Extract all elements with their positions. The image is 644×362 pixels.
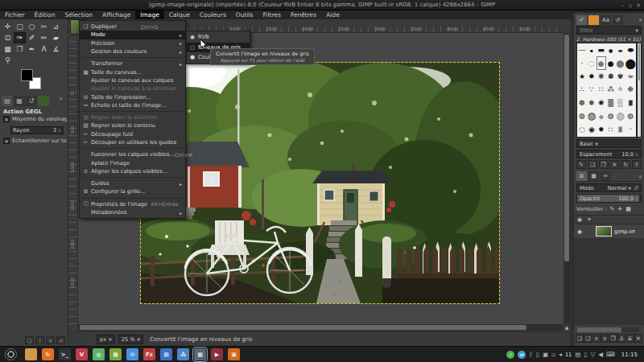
dock-tab[interactable]: ▤ — [2, 96, 13, 106]
taskbar-app-icon[interactable]: ✉ — [126, 348, 138, 360]
layer-mode-select[interactable]: Mode Normal ▼ ↺ — [576, 183, 642, 192]
menu-item[interactable]: Gestion des couleurs ▸ — [80, 47, 185, 56]
layer-row[interactable]: ◉ gimp-image-originale — [574, 224, 644, 238]
brush-cell[interactable]: ● — [597, 56, 606, 69]
layers-scrollbar[interactable] — [577, 327, 639, 332]
eye-icon[interactable]: ◉ — [577, 228, 582, 235]
menubar-item[interactable]: Fichier — [0, 10, 30, 19]
restore-options-button[interactable]: ⇧ — [35, 336, 44, 344]
tool-button[interactable]: ❐ — [14, 43, 26, 55]
brush-cell[interactable]: ✽ — [606, 70, 616, 83]
menu-item[interactable]: ▦ Taille du canevas… — [80, 68, 185, 76]
menu-item[interactable]: Ajuster le canevas à la sélection — [80, 84, 185, 93]
brush-cell[interactable]: ◦ — [625, 122, 636, 135]
brush-cell[interactable]: ▒ — [606, 97, 616, 109]
tray-icon[interactable]: ▽ — [590, 351, 595, 358]
window-control-button[interactable]: – — [621, 2, 625, 9]
layer-action-button[interactable]: ❏ — [576, 334, 584, 343]
taskbar-app-icon[interactable]: ▤ — [160, 348, 172, 360]
dock-tab[interactable]: Aa — [601, 15, 611, 25]
tray-icon[interactable]: ✓ — [506, 351, 514, 359]
brush-cell[interactable]: ⬬ — [625, 43, 636, 56]
dock-tab[interactable]: ↺ — [26, 96, 37, 106]
lock-icon[interactable]: ✎ — [609, 206, 614, 212]
checkbox-neighborhood[interactable]: ✕ — [3, 116, 10, 122]
tray-icon[interactable]: ▯ — [584, 351, 587, 358]
tool-button[interactable]: ○ — [26, 21, 38, 32]
close-icon[interactable]: ✕ — [638, 17, 642, 23]
tray-icon[interactable]: ᛒ — [529, 351, 533, 358]
spinner-arrows-icon[interactable]: ↕ — [58, 128, 61, 133]
checkbox-sample-merged[interactable]: ✕ — [3, 138, 10, 144]
brush-cell[interactable]: ● — [606, 43, 616, 56]
foreground-color-swatch[interactable] — [21, 69, 33, 81]
close-icon[interactable]: ✕ — [638, 174, 642, 179]
lock-icon[interactable]: ✛ — [617, 206, 622, 212]
menubar-item[interactable]: Outils — [231, 10, 258, 19]
brush-cell[interactable]: ◌ — [577, 122, 587, 135]
brush-action-button[interactable]: ❐ — [599, 160, 609, 169]
close-icon[interactable]: ✕ — [59, 96, 67, 106]
menubar-item[interactable]: Image — [135, 10, 164, 19]
scrollbar-thumb[interactable] — [638, 44, 640, 80]
brush-cell[interactable]: ∵ — [587, 83, 597, 96]
brush-cell[interactable]: ✹ — [597, 122, 606, 135]
link-icon[interactable]: ⚭ — [587, 216, 592, 223]
brush-cell[interactable]: ✺ — [597, 97, 606, 109]
tool-button[interactable]: A — [38, 43, 50, 55]
dock-tab[interactable]: ↺ — [613, 15, 623, 25]
brush-cell[interactable]: ▬ — [616, 43, 625, 56]
tag-select[interactable]: Basic▼ — [576, 139, 642, 148]
brush-action-button[interactable]: ↻ — [621, 160, 630, 169]
scrollbar-thumb[interactable] — [564, 35, 569, 261]
tray-icon[interactable]: ⌨ — [606, 351, 615, 358]
eye-icon[interactable]: ◉ — [577, 216, 582, 223]
dock-tab[interactable] — [588, 15, 599, 25]
brush-cell[interactable]: ▒ — [616, 122, 625, 135]
start-menu-button[interactable] — [5, 348, 17, 360]
taskbar-app-icon[interactable]: Fz — [143, 348, 155, 360]
brush-cell[interactable]: ● — [606, 56, 616, 69]
horizontal-scrollbar[interactable]: ▲ — [78, 324, 564, 331]
layer-action-button[interactable]: ❑ — [584, 334, 592, 343]
brush-cell[interactable]: ❅ — [587, 97, 597, 109]
brush-cell[interactable]: ★ — [577, 70, 587, 83]
menubar-item[interactable]: Édition — [30, 10, 60, 19]
brush-cell[interactable]: ◍ — [616, 109, 625, 122]
menubar-item[interactable]: Couleurs — [195, 10, 231, 19]
menu-item[interactable]: ⊟ Taille de l'impression… — [80, 93, 185, 101]
brush-cell[interactable]: ◍ — [606, 109, 616, 122]
tool-button[interactable]: ⚲ — [2, 55, 14, 66]
brush-cell[interactable]: ▬ — [597, 43, 606, 56]
tray-icon[interactable]: ▫ — [551, 351, 555, 358]
spinner-arrows-icon[interactable]: ↕ — [635, 196, 638, 201]
layer-action-button[interactable]: ❐ — [609, 334, 617, 343]
menu-item[interactable]: ≡ Aligner les calques visibles… — [80, 167, 185, 175]
brush-filter-input[interactable]: Filtre ▼ — [576, 26, 642, 35]
taskbar-app-icon[interactable]: ▦ — [109, 348, 122, 360]
brush-cell[interactable]: ∴ — [577, 83, 587, 96]
window-control-button[interactable]: ▫ — [628, 2, 632, 9]
taskbar-app-icon[interactable]: >_ — [59, 348, 71, 360]
brush-action-button[interactable]: ✎ — [576, 160, 586, 169]
lock-icon[interactable]: ▦ — [625, 206, 631, 212]
brush-cell[interactable]: ▪ — [587, 43, 597, 56]
dock-tab[interactable]: ✐ — [576, 15, 587, 25]
menu-item[interactable]: Précision ▸ — [80, 39, 185, 47]
menu-item[interactable]: Mode ▸ — [80, 31, 185, 39]
spacing-slider[interactable]: Espacement 10,0 ↕ — [576, 150, 642, 158]
taskbar-app-icon[interactable]: V — [76, 348, 88, 360]
scrollbar-thumb[interactable] — [577, 327, 621, 332]
brush-cell[interactable]: ◍ — [625, 109, 636, 122]
menubar-item[interactable]: Calque — [164, 10, 195, 19]
tool-button[interactable]: ✏ — [38, 32, 50, 43]
brush-cell[interactable]: ⁂ — [606, 83, 616, 96]
layer-action-button[interactable]: ∧ — [592, 334, 601, 343]
brush-cell[interactable]: ∷ — [597, 83, 606, 96]
taskbar-app-icon[interactable]: ▣ — [228, 348, 240, 360]
zoom-select[interactable]: 25 %▼ — [118, 335, 143, 344]
layer-action-button[interactable]: ⚓ — [617, 334, 625, 343]
brush-cell[interactable]: ◍ — [587, 109, 597, 122]
save-options-button[interactable]: ❏ — [25, 336, 34, 344]
window-control-button[interactable]: ✕ — [636, 2, 641, 9]
